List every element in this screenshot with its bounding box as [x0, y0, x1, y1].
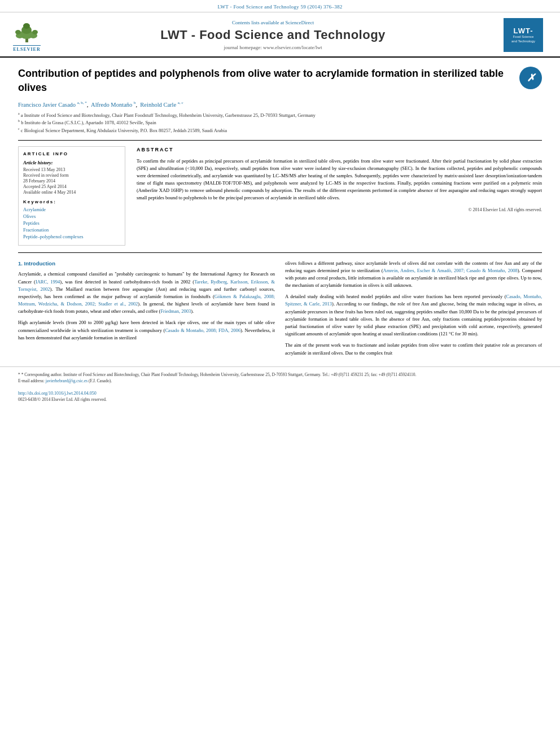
author-casado: Francisco Javier Casado: [18, 102, 76, 108]
right-para-3: The aim of the present work was to fract…: [285, 342, 542, 356]
page: LWT - Food Science and Technology 59 (20…: [0, 0, 560, 747]
svg-point-6: [15, 30, 21, 34]
bottom-links: http://dx.doi.org/10.1016/j.lwt.2014.04.…: [0, 388, 560, 404]
abstract-title: ABSTRACT: [137, 146, 542, 154]
keyword-2: Olives: [23, 213, 120, 219]
body-divider: [18, 252, 542, 253]
left-info-col: ARTICLE INFO Article history: Received 1…: [18, 146, 125, 246]
science-direct-line: Contents lists available at ScienceDirec…: [42, 20, 504, 25]
elsevier-tree-icon: [11, 19, 42, 44]
affil-divider: [18, 140, 542, 141]
journal-reference: LWT - Food Science and Technology 59 (20…: [217, 4, 342, 10]
body-text: 1. Introduction Acrylamide, a chemical c…: [0, 260, 560, 361]
article-title: Contribution of peptides and polyphenols…: [18, 67, 511, 95]
keywords-section: Keywords: Acrylamide Olives Peptides Fra…: [23, 199, 120, 239]
keyword-1: Acrylamide: [23, 207, 120, 212]
svg-point-3: [23, 23, 30, 29]
revised-date: 28 February 2014: [23, 178, 120, 184]
ref-friedman: Friedman, 2003: [160, 308, 191, 314]
accepted-date: Accepted 25 April 2014: [23, 184, 120, 189]
author-montano: Alfredo Montaño: [91, 102, 132, 108]
intro-para-2: High acrylamide levels (from 200 to 2000…: [18, 319, 275, 342]
crossmark-badge: ✗: [519, 67, 542, 89]
doi-link[interactable]: http://dx.doi.org/10.1016/j.lwt.2014.04.…: [18, 391, 542, 396]
abstract-col: ABSTRACT To confirm the role of peptides…: [137, 146, 542, 246]
ref-gokmen: Gökmen & Palakzaglu, 2008; Mottram, Wedz…: [18, 294, 275, 307]
available-date: Available online 4 May 2014: [23, 190, 120, 195]
elsevier-logo: ELSEVIER: [11, 19, 42, 52]
science-direct-link[interactable]: ScienceDirect: [286, 20, 314, 25]
ref-iarc: IARC, 1994: [36, 279, 60, 285]
journal-title: LWT - Food Science and Technology: [42, 28, 504, 42]
footnote-email: E-mail address: javierhebrard@ig.csic.es…: [18, 378, 542, 384]
keyword-3: Peptides: [23, 220, 120, 226]
lwt-logo-sub: Food Scienceand Technology: [509, 35, 537, 44]
affiliation-c: c c Biological Science Department, King …: [18, 126, 542, 134]
footnote-star: * * Corresponding author. Institute of F…: [18, 372, 542, 378]
journal-homepage: journal homepage: www.elsevier.com/locat…: [42, 45, 504, 50]
ref-casado-fda: Casado & Montaño, 2008; FDA, 2006: [165, 327, 240, 333]
svg-point-7: [32, 30, 38, 34]
affiliation-b: b b Instituto de la Grasa (C.S.I.C.), Ap…: [18, 119, 542, 126]
affiliation-a: a a Institute of Food Science and Biotec…: [18, 111, 542, 119]
received-date: Received 13 May 2013: [23, 167, 120, 172]
article-info-title: ARTICLE INFO: [23, 151, 120, 156]
keyword-4: Fractionation: [23, 227, 120, 233]
footnote-email-address[interactable]: javierhebrard@ig.csic.es: [46, 378, 88, 383]
article-info-box: ARTICLE INFO Article history: Received 1…: [18, 146, 125, 246]
body-right-col: olives follows a different pathway, sinc…: [285, 260, 542, 361]
top-banner: LWT - Food Science and Technology 59 (20…: [0, 0, 560, 12]
elsevier-text: ELSEVIER: [13, 45, 40, 52]
article-history-label: Article history:: [23, 160, 120, 165]
issn-line: 0023-6438/© 2014 Elsevier Ltd. All right…: [18, 397, 542, 402]
ref-casado-2013: Casado, Montaño, Spitzner, & Carle, 2013: [285, 294, 542, 307]
info-abstract-section: ARTICLE INFO Article history: Received 1…: [18, 146, 542, 246]
body-left-col: 1. Introduction Acrylamide, a chemical c…: [18, 260, 275, 361]
keyword-5: Peptide–polyphenol complexes: [23, 234, 120, 239]
article-title-section: Contribution of peptides and polyphenols…: [18, 67, 542, 95]
crossmark-icon: ✗: [519, 67, 542, 89]
center-section: Contents lists available at ScienceDirec…: [42, 20, 504, 50]
article-content: Contribution of peptides and polyphenols…: [0, 58, 560, 246]
lwt-logo-top: LWT-: [513, 27, 533, 35]
author-carle: Reinhold Carle: [140, 102, 176, 108]
right-para-2: A detailed study dealing with heated mod…: [285, 293, 542, 338]
abstract-section: ABSTRACT To confirm the role of peptides…: [137, 146, 542, 213]
revised-label: Received in revised form: [23, 173, 120, 178]
authors-line: Francisco Javier Casado a, b, *, Alfredo…: [18, 101, 542, 108]
copyright-line: © 2014 Elsevier Ltd. All rights reserved…: [137, 207, 542, 213]
affiliations: a a Institute of Food Science and Biotec…: [18, 111, 542, 134]
footnote-section: * * Corresponding author. Institute of F…: [0, 366, 560, 389]
intro-para-1: Acrylamide, a chemical compound classifi…: [18, 270, 275, 315]
keywords-title: Keywords:: [23, 199, 120, 204]
ref-amrein: Amrein, Andres, Escher & Amadò, 2007; Ca…: [383, 268, 518, 273]
abstract-text: To confirm the role of peptides as princ…: [137, 158, 542, 202]
right-para-1: olives follows a different pathway, sinc…: [285, 260, 542, 290]
intro-heading: 1. Introduction: [18, 260, 275, 268]
journal-header: ELSEVIER Contents lists available at Sci…: [0, 12, 560, 58]
lwt-logo: LWT- Food Scienceand Technology: [504, 18, 543, 52]
